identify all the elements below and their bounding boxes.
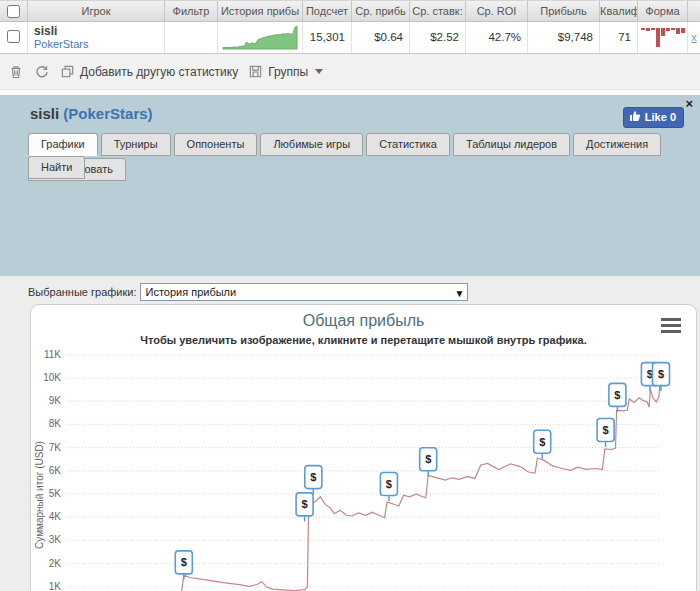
svg-text:7K: 7K xyxy=(49,442,62,453)
svg-text:9K: 9K xyxy=(49,395,62,406)
count-cell: 15,301 xyxy=(303,22,352,53)
tab-оппоненты[interactable]: Оппоненты xyxy=(174,133,258,156)
column-header[interactable]: Ср. прибь xyxy=(352,1,410,21)
graph-selector-row: Выбранные графики: История прибыли ▼ xyxy=(28,283,468,301)
groups-label: Группы xyxy=(268,65,308,79)
svg-text:2K: 2K xyxy=(49,558,62,569)
svg-text:$: $ xyxy=(386,478,392,490)
chart-subtitle: Чтобы увеличить изображение, кликните и … xyxy=(31,334,696,346)
panel-close-icon[interactable]: × xyxy=(685,96,693,111)
svg-text:$: $ xyxy=(310,471,316,483)
graph-selector-value: История прибыли xyxy=(145,286,236,298)
column-header[interactable] xyxy=(688,1,700,21)
column-header[interactable]: Игрок xyxy=(28,1,165,21)
column-header[interactable]: Квалиф xyxy=(600,1,638,21)
svg-text:10K: 10K xyxy=(43,372,61,383)
svg-text:$: $ xyxy=(658,368,664,380)
page: ИгрокФильтрИстория прибыПодсчетСр. прибь… xyxy=(0,0,700,591)
graph-selector-dropdown[interactable]: История прибыли ▼ xyxy=(140,283,468,301)
thumb-up-icon xyxy=(629,110,641,124)
avg-profit-cell: $0.64 xyxy=(352,22,410,53)
svg-text:$: $ xyxy=(539,436,545,448)
add-statistic-button[interactable]: Добавить другую статистику xyxy=(60,64,238,80)
graph-selector-label: Выбранные графики: xyxy=(28,286,136,298)
select-all-checkbox[interactable] xyxy=(7,5,20,18)
stats-table-row: sisli PokerStars 15,301 $0.64 $2.52 42.7… xyxy=(0,22,700,53)
chart-card[interactable]: -1K01K2K3K4K5K6K7K8K9K10K11K0k2.5k5k7.5k… xyxy=(30,304,697,591)
chart-menu-icon[interactable] xyxy=(661,318,681,336)
tab-достижения[interactable]: Достижения xyxy=(573,133,661,156)
svg-text:8K: 8K xyxy=(49,418,62,429)
column-header[interactable]: История прибы xyxy=(218,1,303,21)
svg-text:6K: 6K xyxy=(49,465,62,476)
avg-stake-cell: $2.52 xyxy=(410,22,466,53)
svg-text:$: $ xyxy=(181,556,187,568)
svg-text:$: $ xyxy=(614,389,620,401)
player-site-link[interactable]: PokerStars xyxy=(28,38,164,50)
refresh-icon[interactable] xyxy=(34,64,50,80)
column-header[interactable]: Фильтр xyxy=(165,1,218,21)
add-statistic-label: Добавить другую статистику xyxy=(80,65,238,79)
profile-header: sisli (PokerStars) Like 0 × xyxy=(0,95,700,133)
row-remove-link[interactable]: x xyxy=(688,22,700,53)
tabs-row-2: Опубликовать xyxy=(0,158,700,182)
svg-text:$: $ xyxy=(302,498,308,510)
tab-любимые-игры[interactable]: Любимые игры xyxy=(260,133,363,156)
stats-table: ИгрокФильтрИстория прибыПодсчетСр. прибь… xyxy=(0,0,700,54)
column-header[interactable]: Прибыль xyxy=(528,1,600,21)
chart-title: Общая прибыль xyxy=(31,312,696,330)
dropdown-arrow-icon: ▼ xyxy=(455,286,465,302)
copy-icon xyxy=(60,64,76,80)
svg-text:$: $ xyxy=(425,453,431,465)
profit-cell: $9,748 xyxy=(528,22,600,53)
column-header[interactable]: Форма xyxy=(638,1,688,21)
column-header[interactable]: Ср. ROI xyxy=(466,1,528,21)
stats-table-header: ИгрокФильтрИстория прибыПодсчетСр. прибь… xyxy=(0,0,700,22)
tab-графики[interactable]: Графики xyxy=(28,133,98,156)
svg-text:11K: 11K xyxy=(44,349,61,360)
tab-таблицы-лидеров[interactable]: Таблицы лидеров xyxy=(453,133,570,156)
filter-cell xyxy=(165,22,218,53)
column-header[interactable] xyxy=(0,1,28,21)
profile-site-name: (PokerStars) xyxy=(63,105,152,122)
profile-title: sisli (PokerStars) xyxy=(30,105,153,122)
qualified-cell: 71 xyxy=(600,22,638,53)
profit-history-sparkline[interactable] xyxy=(218,22,303,53)
tab-найти[interactable]: Найти xyxy=(28,156,85,179)
svg-text:$: $ xyxy=(603,424,609,436)
avg-roi-cell: 42.7% xyxy=(466,22,528,53)
caret-down-icon xyxy=(315,69,323,74)
tab-статистика[interactable]: Статистика xyxy=(366,133,450,156)
svg-text:4K: 4K xyxy=(49,511,62,522)
tab-content: Выбранные графики: История прибыли ▼ -1K… xyxy=(0,276,700,591)
toolbar: Добавить другую статистику Группы xyxy=(0,54,700,90)
player-name: sisli xyxy=(28,22,164,38)
facebook-like-button[interactable]: Like 0 xyxy=(623,107,684,128)
column-header[interactable]: Подсчет xyxy=(303,1,352,21)
save-icon xyxy=(248,64,264,80)
tab-турниры[interactable]: Турниры xyxy=(101,133,171,156)
like-label: Like 0 xyxy=(645,111,676,123)
groups-button[interactable]: Группы xyxy=(248,64,323,80)
svg-text:1K: 1K xyxy=(49,581,62,591)
column-header[interactable]: Ср. ставк: xyxy=(410,1,466,21)
row-checkbox[interactable] xyxy=(7,30,20,43)
profile-panel: sisli (PokerStars) Like 0 × ГрафикиТурни… xyxy=(0,95,700,591)
profit-chart-plot[interactable]: -1K01K2K3K4K5K6K7K8K9K10K11K0k2.5k5k7.5k… xyxy=(31,305,698,591)
svg-text:5K: 5K xyxy=(49,488,62,499)
svg-text:Суммарный итог (USD): Суммарный итог (USD) xyxy=(34,441,45,549)
tabs-row-1: ГрафикиТурнирыОппонентыЛюбимые игрыСтати… xyxy=(0,133,700,157)
form-sparkline xyxy=(638,22,688,53)
svg-text:3K: 3K xyxy=(49,534,62,545)
trash-icon[interactable] xyxy=(8,64,24,80)
profile-player-name: sisli xyxy=(30,105,59,122)
